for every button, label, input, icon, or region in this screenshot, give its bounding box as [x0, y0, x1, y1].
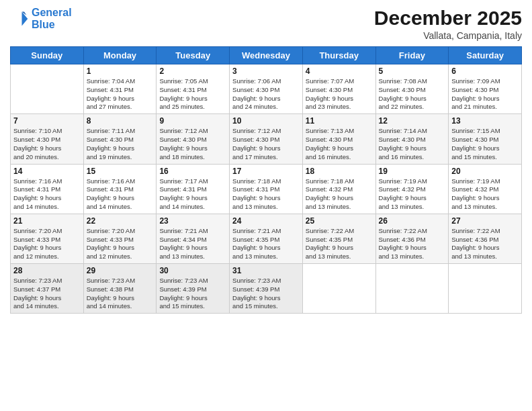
day-info: Sunrise: 7:04 AMSunset: 4:31 PMDaylight:…: [87, 77, 154, 111]
calendar-cell: 19Sunrise: 7:19 AMSunset: 4:32 PMDayligh…: [375, 164, 449, 214]
calendar-cell: 8Sunrise: 7:11 AMSunset: 4:30 PMDaylight…: [83, 114, 157, 164]
day-info: Sunrise: 7:17 AMSunset: 4:31 PMDaylight:…: [159, 177, 226, 212]
day-number: 29: [87, 266, 154, 275]
calendar-cell: 22Sunrise: 7:20 AMSunset: 4:33 PMDayligh…: [83, 214, 157, 263]
day-header-sunday: Sunday: [11, 47, 84, 64]
calendar-header-row: SundayMondayTuesdayWednesdayThursdayFrid…: [11, 47, 522, 64]
calendar-cell: 10Sunrise: 7:12 AMSunset: 4:30 PMDayligh…: [230, 114, 303, 164]
day-info: Sunrise: 7:21 AMSunset: 4:35 PMDaylight:…: [232, 227, 300, 261]
day-number: 28: [13, 266, 81, 275]
calendar-cell: 17Sunrise: 7:18 AMSunset: 4:31 PMDayligh…: [230, 164, 303, 214]
day-number: 5: [379, 66, 446, 76]
calendar-cell: 30Sunrise: 7:23 AMSunset: 4:39 PMDayligh…: [157, 264, 230, 314]
calendar-cell: 14Sunrise: 7:16 AMSunset: 4:31 PMDayligh…: [11, 164, 84, 214]
calendar-cell: 20Sunrise: 7:19 AMSunset: 4:32 PMDayligh…: [449, 164, 522, 214]
day-info: Sunrise: 7:05 AMSunset: 4:31 PMDaylight:…: [159, 77, 226, 111]
day-number: 21: [13, 216, 81, 226]
day-info: Sunrise: 7:19 AMSunset: 4:32 PMDaylight:…: [379, 177, 446, 212]
calendar-cell: 11Sunrise: 7:13 AMSunset: 4:30 PMDayligh…: [302, 114, 375, 164]
logo-icon: [10, 9, 29, 28]
logo-text: General Blue: [32, 7, 72, 30]
day-number: 30: [159, 266, 226, 275]
day-info: Sunrise: 7:11 AMSunset: 4:30 PMDaylight:…: [87, 127, 154, 161]
calendar-cell: 26Sunrise: 7:22 AMSunset: 4:36 PMDayligh…: [375, 214, 449, 263]
day-number: 27: [451, 216, 519, 226]
day-number: 23: [159, 216, 226, 226]
header: General Blue December 2025 Vallata, Camp…: [10, 7, 522, 41]
day-number: 20: [451, 167, 519, 176]
day-number: 10: [232, 116, 300, 126]
calendar-cell: 21Sunrise: 7:20 AMSunset: 4:33 PMDayligh…: [11, 214, 84, 263]
calendar-cell: 29Sunrise: 7:23 AMSunset: 4:38 PMDayligh…: [83, 264, 157, 314]
day-header-monday: Monday: [83, 47, 157, 64]
calendar-cell: 1Sunrise: 7:04 AMSunset: 4:31 PMDaylight…: [83, 64, 157, 114]
week-row-0: 1Sunrise: 7:04 AMSunset: 4:31 PMDaylight…: [11, 64, 522, 114]
day-number: 19: [379, 167, 446, 176]
day-number: 13: [451, 116, 519, 126]
calendar-cell: 13Sunrise: 7:15 AMSunset: 4:30 PMDayligh…: [449, 114, 522, 164]
day-number: 3: [232, 66, 300, 76]
day-number: 14: [13, 167, 81, 176]
day-info: Sunrise: 7:06 AMSunset: 4:30 PMDaylight:…: [232, 77, 300, 111]
day-info: Sunrise: 7:23 AMSunset: 4:38 PMDaylight:…: [87, 277, 154, 311]
location: Vallata, Campania, Italy: [374, 30, 522, 41]
day-info: Sunrise: 7:09 AMSunset: 4:30 PMDaylight:…: [451, 77, 519, 111]
day-info: Sunrise: 7:07 AMSunset: 4:30 PMDaylight:…: [306, 77, 373, 111]
calendar-cell: 3Sunrise: 7:06 AMSunset: 4:30 PMDaylight…: [230, 64, 303, 114]
day-info: Sunrise: 7:20 AMSunset: 4:33 PMDaylight:…: [13, 227, 81, 261]
day-number: 18: [306, 167, 373, 176]
day-info: Sunrise: 7:13 AMSunset: 4:30 PMDaylight:…: [306, 127, 373, 161]
calendar-cell: 18Sunrise: 7:18 AMSunset: 4:32 PMDayligh…: [302, 164, 375, 214]
day-number: 11: [306, 116, 373, 126]
day-header-thursday: Thursday: [302, 47, 375, 64]
calendar-cell: [375, 264, 449, 314]
day-number: 26: [379, 216, 446, 226]
day-info: Sunrise: 7:18 AMSunset: 4:32 PMDaylight:…: [306, 177, 373, 212]
logo: General Blue: [10, 7, 72, 30]
calendar-cell: 2Sunrise: 7:05 AMSunset: 4:31 PMDaylight…: [157, 64, 230, 114]
day-header-friday: Friday: [375, 47, 449, 64]
calendar-cell: 5Sunrise: 7:08 AMSunset: 4:30 PMDaylight…: [375, 64, 449, 114]
calendar-cell: 9Sunrise: 7:12 AMSunset: 4:30 PMDaylight…: [157, 114, 230, 164]
calendar-cell: 15Sunrise: 7:16 AMSunset: 4:31 PMDayligh…: [83, 164, 157, 214]
day-number: 24: [232, 216, 300, 226]
day-number: 12: [379, 116, 446, 126]
day-info: Sunrise: 7:23 AMSunset: 4:39 PMDaylight:…: [232, 277, 300, 311]
day-info: Sunrise: 7:12 AMSunset: 4:30 PMDaylight:…: [159, 127, 226, 161]
title-block: December 2025 Vallata, Campania, Italy: [374, 7, 522, 41]
day-info: Sunrise: 7:14 AMSunset: 4:30 PMDaylight:…: [379, 127, 446, 161]
calendar-cell: 31Sunrise: 7:23 AMSunset: 4:39 PMDayligh…: [230, 264, 303, 314]
day-number: 8: [87, 116, 154, 126]
calendar-cell: 6Sunrise: 7:09 AMSunset: 4:30 PMDaylight…: [449, 64, 522, 114]
day-info: Sunrise: 7:22 AMSunset: 4:36 PMDaylight:…: [379, 227, 446, 261]
logo-line1: General: [32, 7, 72, 18]
week-row-3: 21Sunrise: 7:20 AMSunset: 4:33 PMDayligh…: [11, 214, 522, 263]
week-row-2: 14Sunrise: 7:16 AMSunset: 4:31 PMDayligh…: [11, 164, 522, 214]
day-number: 15: [87, 167, 154, 176]
calendar-cell: 27Sunrise: 7:22 AMSunset: 4:36 PMDayligh…: [449, 214, 522, 263]
calendar-cell: 7Sunrise: 7:10 AMSunset: 4:30 PMDaylight…: [11, 114, 84, 164]
day-info: Sunrise: 7:20 AMSunset: 4:33 PMDaylight:…: [87, 227, 154, 261]
calendar-cell: 16Sunrise: 7:17 AMSunset: 4:31 PMDayligh…: [157, 164, 230, 214]
day-info: Sunrise: 7:22 AMSunset: 4:36 PMDaylight:…: [451, 227, 519, 261]
week-row-1: 7Sunrise: 7:10 AMSunset: 4:30 PMDaylight…: [11, 114, 522, 164]
day-number: 7: [13, 116, 81, 126]
calendar-cell: [11, 64, 84, 114]
calendar-cell: 23Sunrise: 7:21 AMSunset: 4:34 PMDayligh…: [157, 214, 230, 263]
day-number: 6: [451, 66, 519, 76]
calendar: SundayMondayTuesdayWednesdayThursdayFrid…: [10, 46, 522, 314]
day-number: 2: [159, 66, 226, 76]
logo-line2: Blue: [32, 19, 55, 30]
day-number: 16: [159, 167, 226, 176]
day-info: Sunrise: 7:19 AMSunset: 4:32 PMDaylight:…: [451, 177, 519, 212]
day-number: 4: [306, 66, 373, 76]
month-title: December 2025: [374, 7, 522, 29]
day-info: Sunrise: 7:08 AMSunset: 4:30 PMDaylight:…: [379, 77, 446, 111]
day-number: 22: [87, 216, 154, 226]
day-info: Sunrise: 7:22 AMSunset: 4:35 PMDaylight:…: [306, 227, 373, 261]
calendar-cell: 4Sunrise: 7:07 AMSunset: 4:30 PMDaylight…: [302, 64, 375, 114]
day-info: Sunrise: 7:23 AMSunset: 4:37 PMDaylight:…: [13, 277, 81, 311]
day-number: 1: [87, 66, 154, 76]
day-info: Sunrise: 7:10 AMSunset: 4:30 PMDaylight:…: [13, 127, 81, 161]
calendar-cell: 24Sunrise: 7:21 AMSunset: 4:35 PMDayligh…: [230, 214, 303, 263]
